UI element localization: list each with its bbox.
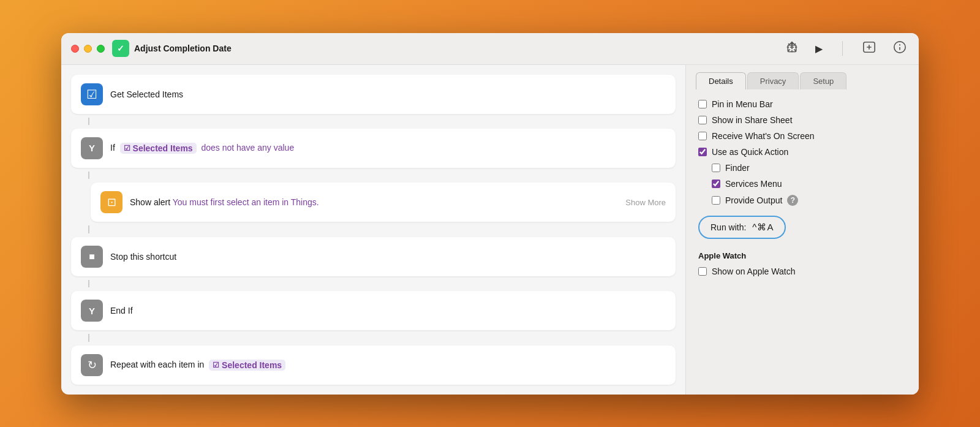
provide-output-label: Provide Output xyxy=(725,195,782,205)
show-alert-label: Show alert You must first select an item… xyxy=(130,197,319,207)
apple-watch-title: Apple Watch xyxy=(698,251,907,260)
right-panel: Details Privacy Setup Pin in Menu Bar Sh… xyxy=(686,65,919,395)
quick-action-label: Use as Quick Action xyxy=(712,147,788,157)
info-button[interactable] xyxy=(891,38,909,59)
finder-checkbox[interactable] xyxy=(712,164,720,172)
show-apple-watch-checkbox[interactable] xyxy=(698,267,707,276)
quick-action-row: Use as Quick Action xyxy=(698,147,907,157)
receive-screen-row: Receive What's On Screen xyxy=(698,131,907,141)
services-menu-checkbox[interactable] xyxy=(712,179,720,188)
window-title: Adjust Completion Date xyxy=(134,43,783,53)
receive-screen-checkbox[interactable] xyxy=(698,132,707,140)
pin-menu-bar-label: Pin in Menu Bar xyxy=(712,99,773,109)
share-button[interactable] xyxy=(783,39,801,59)
services-menu-row: Services Menu xyxy=(712,179,907,189)
panel-content: Pin in Menu Bar Show in Share Sheet Rece… xyxy=(686,89,919,395)
action-if[interactable]: Y If ☑ Selected Items does not have any … xyxy=(71,129,676,168)
pin-menu-bar-row: Pin in Menu Bar xyxy=(698,99,907,109)
connector-2 xyxy=(88,172,89,179)
get-selected-items-label: Get Selected Items xyxy=(110,89,183,99)
stop-shortcut-icon: ■ xyxy=(81,246,103,268)
show-apple-watch-label: Show on Apple Watch xyxy=(712,266,795,276)
action-end-if[interactable]: Y End If xyxy=(71,291,676,330)
show-alert-icon: ⊡ xyxy=(100,191,123,213)
run-button[interactable]: ▶ xyxy=(813,40,825,57)
action-repeat[interactable]: ↻ Repeat with each item in ☑ Selected It… xyxy=(71,346,676,385)
panel-tabs: Details Privacy Setup xyxy=(686,65,919,89)
repeat-label: Repeat with each item in ☑ Selected Item… xyxy=(110,360,285,371)
tab-setup[interactable]: Setup xyxy=(800,72,846,89)
show-apple-watch-row: Show on Apple Watch xyxy=(698,266,907,276)
if-label: If ☑ Selected Items does not have any va… xyxy=(110,143,294,154)
stop-shortcut-label: Stop this shortcut xyxy=(110,252,176,262)
finder-row: Finder xyxy=(712,163,907,173)
show-more-btn[interactable]: Show More xyxy=(625,198,666,207)
services-menu-label: Services Menu xyxy=(725,179,782,189)
app-icon: ✓ xyxy=(112,40,129,57)
connector-4 xyxy=(88,280,89,287)
titlebar-actions: ▶ xyxy=(783,38,909,59)
main-window: ✓ Adjust Completion Date ▶ xyxy=(61,33,919,395)
repeat-icon: ↻ xyxy=(81,354,103,376)
quick-action-checkbox[interactable] xyxy=(698,148,707,156)
tab-details[interactable]: Details xyxy=(696,72,746,89)
maximize-button[interactable] xyxy=(97,45,105,53)
if-icon: Y xyxy=(81,137,103,159)
show-share-sheet-row: Show in Share Sheet xyxy=(698,115,907,125)
close-button[interactable] xyxy=(71,45,79,53)
receive-screen-label: Receive What's On Screen xyxy=(712,131,815,141)
action-get-selected-items[interactable]: ☑ Get Selected Items xyxy=(71,75,676,114)
provide-output-row: Provide Output ? xyxy=(712,195,907,206)
titlebar: ✓ Adjust Completion Date ▶ xyxy=(61,33,919,65)
connector-3 xyxy=(88,225,89,233)
minimize-button[interactable] xyxy=(84,45,92,53)
action-stop-shortcut[interactable]: ■ Stop this shortcut xyxy=(71,237,676,276)
apple-watch-section: Apple Watch Show on Apple Watch xyxy=(698,251,907,276)
left-panel: ☑ Get Selected Items Y If ☑ Selected Ite… xyxy=(61,65,686,395)
run-with-shortcut[interactable]: ^⌘A xyxy=(752,222,774,233)
show-share-sheet-label: Show in Share Sheet xyxy=(712,115,793,125)
action-show-alert[interactable]: ⊡ Show alert You must first select an it… xyxy=(91,183,676,222)
run-with-label: Run with: xyxy=(710,222,746,232)
add-action-button[interactable] xyxy=(860,38,878,59)
main-content: ☑ Get Selected Items Y If ☑ Selected Ite… xyxy=(61,65,919,395)
tab-privacy[interactable]: Privacy xyxy=(747,72,799,89)
finder-label: Finder xyxy=(725,163,750,173)
run-with-section: Run with: ^⌘A xyxy=(698,216,786,239)
get-selected-items-icon: ☑ xyxy=(81,83,103,105)
connector-1 xyxy=(88,118,89,125)
provide-output-help[interactable]: ? xyxy=(787,195,798,206)
end-if-label: End If xyxy=(110,306,133,316)
traffic-lights xyxy=(71,45,105,53)
provide-output-checkbox[interactable] xyxy=(712,196,720,205)
show-share-sheet-checkbox[interactable] xyxy=(698,116,707,124)
end-if-icon: Y xyxy=(81,300,103,322)
pin-menu-bar-checkbox[interactable] xyxy=(698,100,707,108)
connector-5 xyxy=(88,334,89,341)
